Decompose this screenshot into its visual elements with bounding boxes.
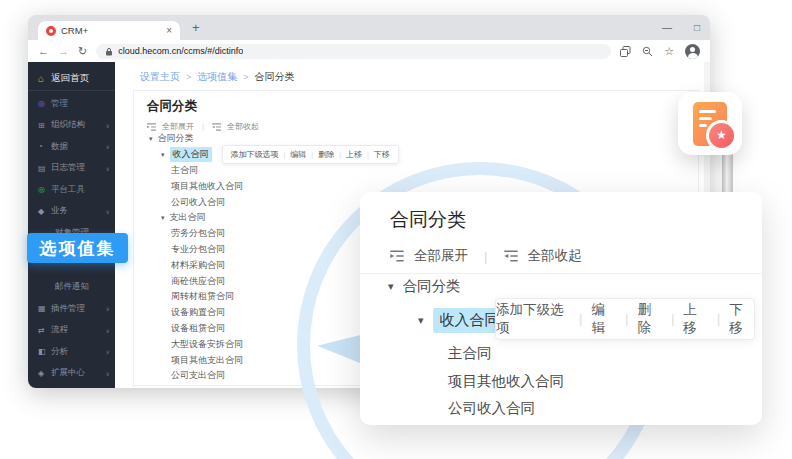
action-separator: | [625, 312, 628, 326]
tree-row-0: ▾合同分类 [134, 131, 696, 147]
maximize-button[interactable]: □ [694, 22, 700, 33]
sidebar-item-1[interactable]: ◎管理 [28, 93, 115, 115]
section-dot-icon: ◎ [38, 185, 51, 194]
collapse-all-icon [212, 123, 221, 131]
star-badge-icon: ★ [706, 120, 737, 151]
sidebar-item-6[interactable]: ◆业务∨ [28, 201, 115, 223]
move-down-button[interactable]: 下移 [729, 301, 754, 337]
forward-button[interactable]: → [58, 46, 69, 57]
flow-icon: ⇄ [38, 326, 51, 335]
minimize-button[interactable]: — [662, 22, 672, 33]
sidebar-item-label: 平台工具 [51, 184, 85, 196]
toolbar-divider: | [202, 122, 204, 131]
breadcrumb-item-0[interactable]: 设置主页 [140, 70, 180, 84]
breadcrumb: 设置主页>选项值集>合同分类 [140, 67, 295, 87]
section-dot-icon: ◎ [38, 99, 51, 108]
move-up-button[interactable]: 上移 [683, 301, 708, 337]
tree-node-label[interactable]: 支出合同 [170, 211, 206, 224]
delete-button[interactable]: 删除 [318, 149, 334, 160]
sidebar-item-3[interactable]: ◔数据∨ [28, 136, 115, 158]
caret-down-icon[interactable]: ▾ [418, 315, 424, 326]
node-action-toolbar: 添加下级选项|编辑|删除|上移|下移 [222, 145, 399, 164]
caret-down-icon[interactable]: ▾ [149, 135, 153, 142]
browser-tab-strip: CRM+ × + — □ [28, 15, 710, 40]
action-separator: | [717, 312, 720, 326]
tree-node-label[interactable]: 大型设备安拆合同 [171, 338, 243, 351]
zoom-icon[interactable] [642, 46, 653, 57]
delete-button[interactable]: 删除 [637, 301, 662, 337]
move-down-button[interactable]: 下移 [374, 149, 390, 160]
tree-node-label[interactable]: 周转材租赁合同 [171, 290, 234, 303]
tab-close-icon[interactable]: × [166, 26, 172, 36]
panel-divider [360, 273, 762, 274]
back-button[interactable]: ← [38, 46, 49, 57]
data-icon: ◔ [38, 142, 51, 151]
tree-node-label[interactable]: 商砼供应合同 [171, 275, 225, 288]
tree-node-label[interactable]: 项目其他收入合同 [448, 372, 564, 391]
expand-all-icon [390, 250, 404, 262]
chevron-down-icon: ∨ [106, 143, 110, 150]
tree-node-label[interactable]: 主合同 [448, 344, 492, 363]
tree-node-label[interactable]: 材料采购合同 [171, 259, 225, 272]
tree-node-label[interactable]: 合同分类 [158, 132, 194, 145]
feature-icon-card: ★ [678, 92, 742, 155]
sidebar-item-0[interactable]: ⌂返回首页 [28, 66, 115, 91]
sidebar-item-label: 数据 [51, 141, 68, 153]
collapse-all-button[interactable]: 全部收起 [528, 247, 582, 265]
breadcrumb-item-2: 合同分类 [255, 70, 295, 84]
toolbar-right-icons: ☆ [620, 44, 700, 59]
sidebar-item-2[interactable]: ⊞组织结构∨ [28, 115, 115, 137]
org-icon: ⊞ [38, 121, 51, 130]
chevron-down-icon: ∨ [106, 122, 110, 129]
tree-node-label[interactable]: 设备租赁合同 [171, 322, 225, 335]
tree-node-label[interactable]: 公司收入合同 [171, 196, 225, 209]
magnified-tree-row-1: ▾收入合同 [418, 308, 507, 333]
sidebar-item-5[interactable]: ◎平台工具 [28, 179, 115, 201]
tree-node-label[interactable]: 劳务分包合同 [171, 227, 225, 240]
magnified-tree-row-4: 公司收入合同 [448, 399, 535, 418]
sidebar-item-label: 流程 [51, 324, 68, 336]
browser-tab[interactable]: CRM+ × [38, 21, 180, 40]
tree-node-label[interactable]: 主合同 [171, 164, 198, 177]
sidebar-item-10[interactable]: ▦插件管理∨ [28, 298, 115, 320]
bookmark-star-icon[interactable]: ☆ [664, 46, 674, 57]
chevron-down-icon: ∨ [106, 165, 110, 172]
tree-node-label[interactable]: 项目其他支出合同 [171, 354, 243, 367]
tree-node-label[interactable]: 项目其他收入合同 [171, 180, 243, 193]
reload-button[interactable]: ↻ [78, 46, 87, 57]
tree-node-label[interactable]: 收入合同 [170, 147, 212, 162]
tree-node-label[interactable]: 合同分类 [403, 277, 461, 296]
new-tab-button[interactable]: + [192, 20, 200, 35]
caret-down-icon[interactable]: ▾ [161, 151, 165, 158]
analysis-icon: ◧ [38, 347, 51, 356]
move-up-button[interactable]: 上移 [346, 149, 362, 160]
edit-button[interactable]: 编辑 [591, 301, 616, 337]
add-child-option-button[interactable]: 添加下级选项 [231, 149, 279, 160]
expand-all-button[interactable]: 全部展开 [414, 247, 468, 265]
tree-node-label[interactable]: 专业分包合同 [171, 243, 225, 256]
sidebar-item-9[interactable]: 邮件通知 [28, 277, 115, 299]
action-separator: | [367, 151, 369, 158]
sidebar-item-label: 返回首页 [51, 72, 89, 85]
caret-down-icon[interactable]: ▾ [161, 214, 165, 221]
caret-down-icon[interactable]: ▾ [388, 281, 394, 292]
address-bar[interactable]: cloud.hecom.cn/ccms/#/dictinfo [96, 44, 611, 59]
action-separator: | [284, 151, 286, 158]
sidebar-item-4[interactable]: ▤日志管理∨ [28, 158, 115, 180]
home-icon: ⌂ [38, 73, 51, 84]
action-separator: | [579, 312, 582, 326]
profile-avatar[interactable] [685, 44, 700, 59]
sidebar-item-11[interactable]: ⇄流程∨ [28, 320, 115, 342]
add-child-option-button[interactable]: 添加下级选项 [496, 301, 570, 337]
sidebar-item-12[interactable]: ◧分析∨ [28, 341, 115, 363]
tree-node-label[interactable]: 设备购置合同 [171, 306, 225, 319]
pages-icon[interactable] [620, 46, 631, 57]
collapse-all-icon [504, 250, 518, 262]
tree-node-label[interactable]: 公司支出合同 [171, 369, 225, 382]
sidebar-item-13[interactable]: ◈扩展中心∨ [28, 363, 115, 385]
callout-option-value-set[interactable]: 选项值集 [27, 233, 128, 263]
lock-icon [105, 47, 113, 56]
edit-button[interactable]: 编辑 [290, 149, 306, 160]
breadcrumb-item-1[interactable]: 选项值集 [197, 70, 237, 84]
tree-node-label[interactable]: 公司收入合同 [448, 399, 535, 418]
